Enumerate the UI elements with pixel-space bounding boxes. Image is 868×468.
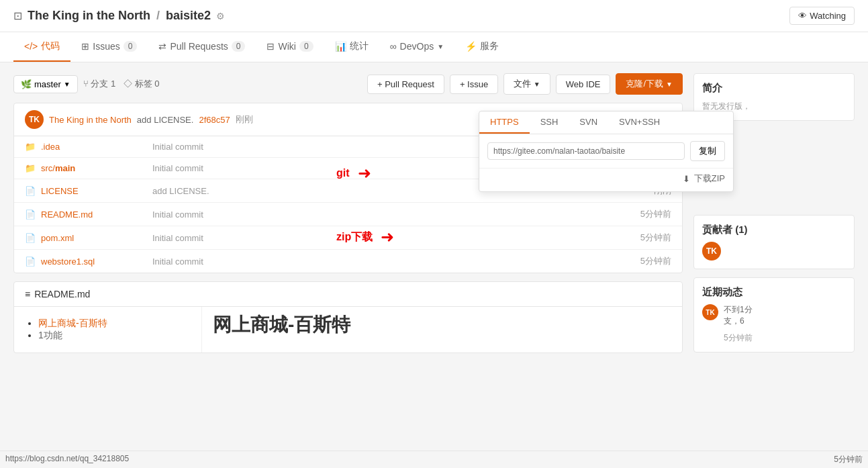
branch-name: master: [34, 79, 61, 89]
header: ⊡ The King in the North / baisite2 ⚙ 👁 W…: [0, 0, 868, 32]
contributors-title: 贡献者 (1): [702, 224, 846, 236]
commit-hash[interactable]: 2f68c57: [199, 115, 230, 125]
clone-label: 克隆/下载: [626, 78, 663, 90]
table-row: 📄 webstore1.sql Initial commit 5分钟前: [14, 250, 682, 273]
file-name[interactable]: src/main: [41, 163, 142, 173]
readme-header: ≡ README.md: [14, 282, 682, 307]
fork-icon: ⑂: [83, 79, 89, 89]
file-time: 5分钟前: [618, 255, 671, 267]
zip-label: zip下载: [336, 230, 373, 244]
table-row: 📄 README.md Initial commit 5分钟前: [14, 203, 682, 226]
tag-icon: ◇: [124, 79, 132, 89]
tab-issues-label: Issues: [93, 41, 119, 52]
nav-tabs: </> 代码 ⊞ Issues 0 ⇄ Pull Requests 0 ⊟ Wi…: [0, 32, 868, 62]
tab-code-label: 代码: [41, 40, 60, 52]
file-btn-label: 文件: [514, 79, 531, 89]
file-icon: 📄: [25, 233, 36, 243]
file-name[interactable]: webstore1.sql: [41, 256, 142, 267]
readme-body: 网上商城-百斯特 1功能 网上商城-百斯特: [14, 307, 682, 353]
toolbar: 🌿 master ▼ ⑂ 分支 1 ◇ 标签 0 + Pull Request …: [13, 73, 683, 95]
file-chevron-icon: ▼: [534, 81, 540, 88]
activity-text: 不到1分支，6: [724, 304, 753, 327]
repo-icon: ⊡: [13, 9, 22, 22]
clone-button[interactable]: 克隆/下载 ▼: [616, 73, 683, 95]
branch-count-label: 分支 1: [91, 79, 115, 89]
owner-name[interactable]: The King in the North: [28, 9, 150, 22]
git-arrow-icon: ➜: [358, 164, 371, 183]
contributors-section: 贡献者 (1) TK: [693, 215, 855, 269]
tag-count-label: 标签 0: [135, 79, 160, 89]
watch-button[interactable]: 👁 Watching: [789, 7, 855, 25]
issues-badge: 0: [124, 41, 138, 52]
clone-chevron-icon: ▼: [666, 81, 673, 88]
pull-request-button[interactable]: + Pull Request: [367, 75, 444, 94]
repo-name[interactable]: baisite2: [166, 9, 211, 22]
tab-issues[interactable]: ⊞ Issues 0: [70, 33, 148, 61]
branch-info: ⑂ 分支 1 ◇ 标签 0: [83, 78, 160, 90]
file-time: 5分钟前: [618, 208, 671, 220]
intro-title: 简介: [702, 82, 846, 95]
tab-code[interactable]: </> 代码: [13, 32, 70, 62]
file-name[interactable]: README.md: [41, 209, 142, 220]
file-commit: Initial commit: [142, 256, 618, 267]
tab-wiki[interactable]: ⊟ Wiki 0: [256, 33, 324, 61]
wiki-icon: ⊟: [267, 41, 275, 52]
services-icon: ⚡: [465, 41, 477, 52]
file-button[interactable]: 文件 ▼: [503, 73, 550, 95]
tab-pull-requests[interactable]: ⇄ Pull Requests 0: [148, 33, 256, 61]
clone-tab-svnssh[interactable]: SVN+SSH: [608, 111, 671, 134]
tab-devops[interactable]: ∞ DevOps ▼: [379, 33, 454, 61]
file-name[interactable]: pom.xml: [41, 233, 142, 243]
clone-url-row: 复制: [479, 134, 733, 168]
activity-time: 5分钟前: [724, 332, 846, 344]
file-icon: 📄: [25, 209, 36, 220]
clone-tab-svn[interactable]: SVN: [569, 111, 608, 134]
header-right: 👁 Watching: [789, 7, 855, 25]
tag-count[interactable]: ◇ 标签 0: [124, 78, 159, 90]
readme-feature: 1功能: [38, 330, 62, 340]
readme-main: 网上商城-百斯特: [202, 307, 682, 353]
clone-url-input[interactable]: [487, 142, 685, 160]
stats-icon: 📊: [335, 41, 346, 52]
activity-item: TK 不到1分支，6: [702, 304, 846, 327]
download-zip-row[interactable]: ⬇ 下载ZIP: [479, 168, 733, 191]
clone-tabs: HTTPS SSH SVN SVN+SSH: [479, 111, 733, 134]
tab-stats[interactable]: 📊 统计: [324, 32, 379, 62]
clone-tab-ssh[interactable]: SSH: [530, 111, 569, 134]
file-time: 5分钟前: [618, 232, 671, 244]
branch-icon: 🌿: [21, 79, 32, 89]
recent-activity-section: 近期动态 TK 不到1分支，6 5分钟前: [693, 277, 855, 353]
repo-title: The King in the North / baisite2: [28, 9, 211, 23]
branch-count[interactable]: ⑂ 分支 1: [83, 78, 115, 90]
contributor-avatar[interactable]: TK: [702, 242, 721, 261]
avatar: TK: [25, 110, 44, 129]
folder-icon: 📁: [25, 142, 36, 152]
tab-devops-label: DevOps: [400, 41, 434, 52]
issue-button[interactable]: + Issue: [450, 75, 498, 94]
zip-arrow-icon: ➜: [381, 228, 394, 246]
web-ide-button[interactable]: Web IDE: [556, 75, 611, 94]
tab-services-label: 服务: [480, 40, 499, 52]
readme-h1: 网上商城-百斯特: [202, 307, 682, 343]
commit-time: 刚刚: [236, 113, 253, 126]
eye-icon: 👁: [798, 11, 807, 21]
commit-author[interactable]: The King in the North: [49, 115, 132, 125]
activity-avatar: TK: [702, 304, 718, 320]
file-icon: 📄: [25, 256, 36, 267]
chevron-down-icon: ▼: [437, 43, 444, 50]
settings-icon[interactable]: ⚙: [216, 11, 225, 21]
tab-services[interactable]: ⚡ 服务: [454, 32, 510, 62]
file-icon: 📄: [25, 186, 36, 196]
branch-selector[interactable]: 🌿 master ▼: [13, 75, 78, 93]
file-name[interactable]: LICENSE: [41, 186, 142, 196]
git-label: git: [336, 167, 350, 179]
clone-dropdown: HTTPS SSH SVN SVN+SSH 复制 ⬇ 下载ZIP: [479, 111, 734, 192]
copy-button[interactable]: 复制: [690, 141, 725, 161]
wiki-badge: 0: [299, 41, 314, 52]
readme-link[interactable]: 网上商城-百斯特: [38, 318, 107, 328]
watch-label: Watching: [810, 11, 846, 21]
code-icon: </>: [24, 41, 38, 52]
file-name[interactable]: .idea: [41, 142, 142, 152]
clone-tab-https[interactable]: HTTPS: [479, 111, 530, 134]
header-left: ⊡ The King in the North / baisite2 ⚙: [13, 9, 225, 23]
